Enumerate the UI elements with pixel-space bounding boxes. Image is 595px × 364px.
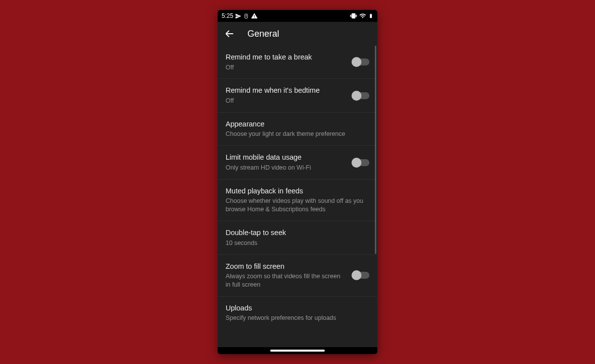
app-bar: General <box>218 22 377 46</box>
setting-title: Zoom to fill screen <box>226 262 347 272</box>
toggle-remind-break[interactable] <box>353 59 369 65</box>
setting-title: Remind me when it's bedtime <box>226 86 347 96</box>
phone-frame: 5:25 General <box>218 10 377 354</box>
setting-subtitle: Specify network preferences for uploads <box>226 314 363 322</box>
setting-zoom-fill[interactable]: Zoom to fill screen Always zoom so that … <box>218 255 377 297</box>
setting-title: Limit mobile data usage <box>226 153 347 163</box>
toggle-limit-data[interactable] <box>353 159 369 166</box>
setting-remind-break[interactable]: Remind me to take a break Off <box>218 46 377 79</box>
setting-uploads[interactable]: Uploads Specify network preferences for … <box>218 297 377 329</box>
setting-title: Muted playback in feeds <box>226 186 363 196</box>
battery-icon <box>368 12 373 19</box>
setting-subtitle: Off <box>226 97 347 105</box>
setting-title: Uploads <box>226 303 363 313</box>
setting-limit-data[interactable]: Limit mobile data usage Only stream HD v… <box>218 146 377 179</box>
back-button[interactable] <box>222 26 238 42</box>
status-time: 5:25 <box>222 12 233 19</box>
setting-double-tap-seek[interactable]: Double-tap to seek 10 seconds <box>218 221 377 254</box>
warning-icon <box>251 12 258 19</box>
vibrate-icon <box>350 12 357 19</box>
send-icon <box>235 13 241 19</box>
setting-title: Remind me to take a break <box>226 53 347 62</box>
setting-appearance[interactable]: Appearance Choose your light or dark the… <box>218 113 377 146</box>
settings-list[interactable]: Remind me to take a break Off Remind me … <box>218 46 377 347</box>
setting-muted-playback[interactable]: Muted playback in feeds Choose whether v… <box>218 180 377 221</box>
toggle-remind-bedtime[interactable] <box>353 92 369 99</box>
nav-bar <box>218 347 377 354</box>
home-indicator[interactable] <box>270 350 325 352</box>
scroll-indicator <box>375 46 376 254</box>
setting-title: Appearance <box>226 120 363 129</box>
wifi-icon <box>359 12 366 19</box>
page-title: General <box>247 29 279 39</box>
setting-subtitle: Choose your light or dark theme preferen… <box>226 130 363 138</box>
setting-subtitle: 10 seconds <box>226 239 363 247</box>
arrow-left-icon <box>224 28 235 39</box>
setting-subtitle: Off <box>226 63 347 72</box>
setting-subtitle: Only stream HD video on Wi-Fi <box>226 164 347 172</box>
setting-remind-bedtime[interactable]: Remind me when it's bedtime Off <box>218 79 377 112</box>
setting-subtitle: Choose whether videos play with sound of… <box>226 197 363 214</box>
update-icon <box>243 13 249 19</box>
setting-subtitle: Always zoom so that videos fill the scre… <box>226 272 347 289</box>
setting-title: Double-tap to seek <box>226 228 363 238</box>
status-bar: 5:25 <box>218 10 377 22</box>
toggle-zoom-fill[interactable] <box>353 272 369 279</box>
